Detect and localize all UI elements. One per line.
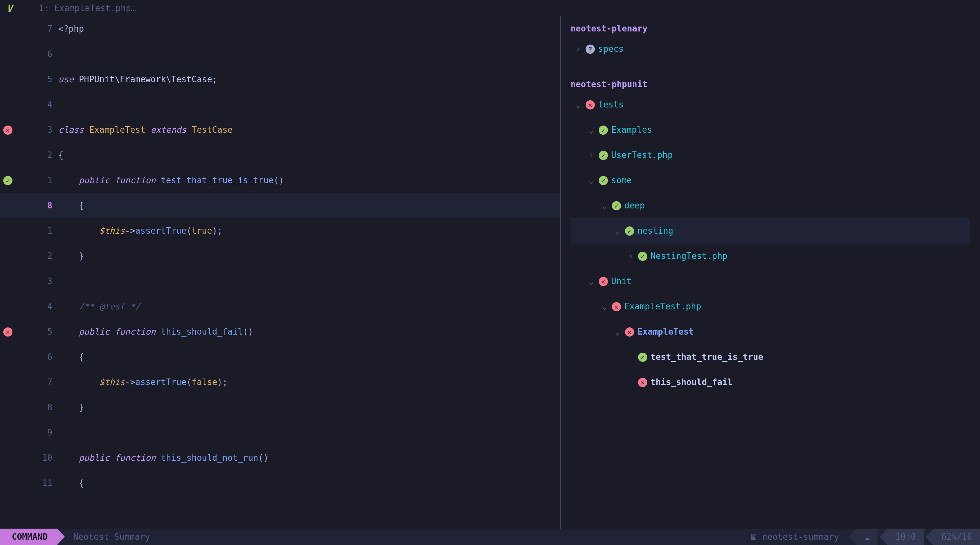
tab-index[interactable]: 1: bbox=[39, 2, 49, 15]
sign-column bbox=[0, 92, 16, 117]
tree-item[interactable]: ⌄✕ExampleTest.php bbox=[571, 294, 970, 319]
code-line[interactable]: 2{ bbox=[0, 143, 560, 168]
statusline-pos: 10:0 bbox=[887, 529, 924, 545]
code-line[interactable]: 5use PHPUnit\Framework\TestCase; bbox=[0, 67, 560, 92]
line-number: 3 bbox=[16, 269, 58, 294]
sign-column bbox=[0, 269, 16, 294]
code-line[interactable]: 11 { bbox=[0, 471, 560, 496]
tree-item[interactable]: ⌄✓deep bbox=[571, 193, 970, 218]
tree-item[interactable]: ⌄✓Examples bbox=[571, 117, 970, 143]
mode-indicator: COMMAND bbox=[0, 529, 57, 545]
code-content[interactable] bbox=[58, 420, 560, 445]
code-line[interactable]: 1 $this->assertTrue(true); bbox=[0, 218, 560, 244]
chevron-down-icon[interactable]: ⌄ bbox=[587, 124, 595, 136]
line-number: 2 bbox=[16, 143, 58, 168]
line-number: 1 bbox=[16, 218, 58, 244]
line-number: 4 bbox=[16, 92, 58, 117]
code-content[interactable]: { bbox=[58, 143, 560, 168]
code-content[interactable]: use PHPUnit\Framework\TestCase; bbox=[58, 67, 560, 92]
code-line[interactable]: 4 bbox=[0, 92, 560, 117]
editor-pane[interactable]: 7<?php65use PHPUnit\Framework\TestCase;4… bbox=[0, 16, 560, 529]
line-number: 11 bbox=[16, 471, 58, 496]
code-line[interactable]: 4 /** @test */ bbox=[0, 294, 560, 319]
line-number: 5 bbox=[16, 67, 58, 92]
tree-item[interactable]: ›?specs bbox=[571, 37, 970, 62]
tree-item[interactable]: ⌄✕tests bbox=[571, 92, 970, 117]
code-content[interactable]: public function this_should_not_run() bbox=[58, 445, 560, 471]
code-line[interactable]: ✕5 public function this_should_fail() bbox=[0, 319, 560, 344]
code-line[interactable]: 8 { bbox=[0, 193, 560, 218]
test-fail-icon: ✕ bbox=[599, 277, 608, 286]
tree-item[interactable]: ⌄✓some bbox=[571, 168, 970, 193]
tree-item[interactable]: ›✓NestingTest.php bbox=[571, 244, 970, 269]
line-number: 8 bbox=[16, 395, 58, 420]
code-content[interactable]: /** @test */ bbox=[58, 294, 560, 319]
code-line[interactable]: ✓1 public function test_that_true_is_tru… bbox=[0, 168, 560, 193]
code-content[interactable]: $this->assertTrue(true); bbox=[58, 218, 560, 244]
tree-item[interactable]: ⌄✕ExampleTest bbox=[571, 319, 970, 344]
code-content[interactable]: <?php bbox=[58, 16, 560, 41]
code-content[interactable]: class ExampleTest extends TestCase bbox=[58, 117, 560, 143]
chevron-right-icon[interactable]: › bbox=[626, 250, 635, 263]
code-line[interactable]: 6 { bbox=[0, 344, 560, 370]
code-content[interactable]: public function this_should_fail() bbox=[58, 319, 560, 344]
code-line[interactable]: 7<?php bbox=[0, 16, 560, 41]
sign-column bbox=[0, 193, 16, 218]
chevron-down-icon[interactable]: ⌄ bbox=[600, 199, 609, 212]
code-content[interactable] bbox=[58, 41, 560, 67]
chevron-down-icon[interactable]: ⌄ bbox=[587, 275, 595, 288]
adapter-title: neotest-plenary bbox=[571, 22, 970, 35]
tree-item[interactable]: ⌄✓nesting bbox=[571, 218, 970, 244]
tree-item[interactable]: ✕this_should_fail bbox=[571, 370, 970, 395]
chevron-down-icon[interactable]: ⌄ bbox=[587, 174, 595, 187]
sign-column bbox=[0, 218, 16, 244]
code-line[interactable]: 10 public function this_should_not_run() bbox=[0, 445, 560, 471]
statusline-file: 🗎 neotest-summary bbox=[742, 529, 847, 545]
code-content[interactable]: { bbox=[58, 193, 560, 218]
cloud-icon: ☁ bbox=[865, 531, 870, 543]
chevron-down-icon[interactable]: ⌄ bbox=[574, 98, 582, 111]
sign-column bbox=[0, 244, 16, 269]
code-line[interactable]: 9 bbox=[0, 420, 560, 445]
test-pass-icon: ✓ bbox=[625, 226, 634, 236]
vim-logo-icon: V bbox=[6, 1, 13, 16]
chevron-down-icon[interactable]: ⌄ bbox=[613, 325, 622, 338]
code-content[interactable]: $this->assertTrue(false); bbox=[58, 370, 560, 395]
tab-filename[interactable]: ExampleTest.php… bbox=[54, 2, 136, 15]
sign-column bbox=[0, 471, 16, 496]
code-line[interactable]: ✕3class ExampleTest extends TestCase bbox=[0, 117, 560, 143]
code-content[interactable]: } bbox=[58, 244, 560, 269]
sign-column: ✓ bbox=[0, 168, 16, 193]
tree-item[interactable]: ›✓UserTest.php bbox=[571, 143, 970, 168]
code-line[interactable]: 8 } bbox=[0, 395, 560, 420]
tree-item[interactable]: ✓test_that_true_is_true bbox=[571, 344, 970, 370]
code-content[interactable] bbox=[58, 92, 560, 117]
code-content[interactable] bbox=[58, 269, 560, 294]
tree-item-label: UserTest.php bbox=[611, 149, 673, 162]
chevron-down-icon[interactable]: ⌄ bbox=[613, 225, 622, 237]
sign-column bbox=[0, 344, 16, 370]
sign-column bbox=[0, 16, 16, 41]
tree-item-label: specs bbox=[598, 43, 624, 56]
statusline-cloud: ☁ bbox=[857, 529, 878, 545]
code-line[interactable]: 7 $this->assertTrue(false); bbox=[0, 370, 560, 395]
tree-item[interactable]: ⌄✕Unit bbox=[571, 269, 970, 294]
sign-column: ✕ bbox=[0, 319, 16, 344]
code-line[interactable]: 2 } bbox=[0, 244, 560, 269]
chevron-down-icon[interactable]: ⌄ bbox=[600, 300, 609, 313]
chevron-right-icon[interactable]: › bbox=[587, 149, 595, 162]
line-number: 7 bbox=[16, 370, 58, 395]
sign-column bbox=[0, 445, 16, 471]
code-line[interactable]: 6 bbox=[0, 41, 560, 67]
statusline-title: Neotest Summary bbox=[57, 529, 158, 545]
code-content[interactable]: { bbox=[58, 344, 560, 370]
chevron-right-icon[interactable]: › bbox=[574, 43, 582, 56]
code-content[interactable]: public function test_that_true_is_true() bbox=[58, 168, 560, 193]
test-pass-icon: ✓ bbox=[638, 353, 647, 362]
code-content[interactable]: } bbox=[58, 395, 560, 420]
code-line[interactable]: 3 bbox=[0, 269, 560, 294]
line-number: 1 bbox=[16, 168, 58, 193]
code-content[interactable]: { bbox=[58, 471, 560, 496]
test-pass-icon: ✓ bbox=[612, 201, 621, 210]
neotest-summary-pane[interactable]: neotest-plenary›?specsneotest-phpunit⌄✕t… bbox=[561, 16, 980, 529]
